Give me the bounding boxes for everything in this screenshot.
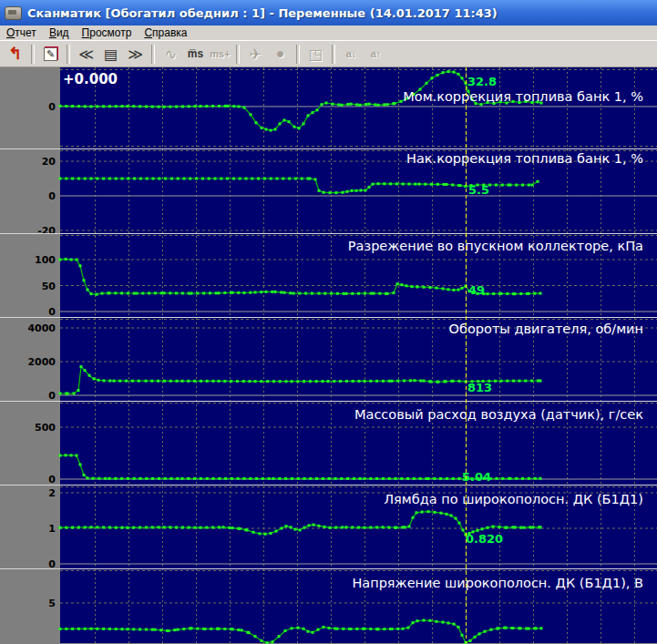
menu-browse[interactable]: Просмотр [76,26,139,40]
trace-marker [87,476,89,479]
trace-marker [59,628,62,630]
trace-marker [59,259,62,261]
trace-marker [261,127,263,129]
trace-marker [492,292,495,295]
trace-marker [88,374,91,377]
trace-marker [281,526,283,529]
trace-marker [200,477,202,480]
trace-marker [294,178,297,180]
trace-marker [395,182,398,185]
trace-marker [93,377,96,380]
trace-marker [170,178,173,180]
trace-marker [537,380,539,383]
trace-marker [145,477,148,480]
trace-marker [175,526,178,528]
trace-marker [309,380,312,383]
trace-marker [270,532,272,535]
trace-marker [158,178,160,180]
trace-marker [416,511,418,514]
trace-marker [418,183,421,186]
trace-marker [159,629,162,631]
trace-marker [133,292,136,295]
marker-button[interactable]: ✈ [243,44,268,65]
trace-marker [297,477,300,480]
trace-marker [369,628,372,630]
trace-marker [406,477,409,480]
chart-title: Обороты двигателя, об/мин [449,322,643,336]
trace-marker [154,291,157,294]
next-screen-button[interactable]: ≫ [123,44,148,65]
trace-marker [313,524,315,526]
trace-marker [288,120,291,123]
variables-list-button[interactable]: ▤ [98,44,123,65]
trace-marker [228,526,231,529]
ms-scale-button[interactable]: m̅s [183,44,208,65]
trace-marker [294,528,297,531]
trace-marker [175,291,178,294]
font-increase-button[interactable]: a↑ [364,44,388,65]
trace-marker [458,522,461,525]
trace-marker [176,477,179,480]
trace-marker [341,104,344,107]
trace-marker [474,636,477,639]
y-tick-label: 100 [35,254,56,266]
trace-marker [139,178,142,180]
trace-marker [230,380,232,383]
menu-help[interactable]: Справка [138,26,193,40]
trace-marker [506,292,508,295]
sine-wave-icon: ∿ [165,46,177,63]
a-down-icon: a↓ [346,48,357,59]
trace-marker [71,105,74,107]
trace-marker [407,627,410,629]
ms-add-button[interactable]: ms+ [208,44,232,65]
trace-marker [514,526,517,528]
report-edit-button[interactable]: ✎ [38,44,63,65]
trace-marker [260,380,262,383]
font-decrease-button[interactable]: a↓ [339,44,364,65]
cursor-value-label: 813 [467,381,492,394]
trace-marker [115,526,118,529]
prev-screen-button[interactable]: ≪ [74,44,98,65]
trace-marker [103,379,106,382]
trace-marker [346,477,349,480]
trace-marker [419,477,422,480]
trace-marker [145,380,148,383]
trace-marker [278,477,281,480]
trace-marker [133,477,136,480]
trace-marker [249,291,252,294]
chart-title: Разрежение во впускном коллекторе, кПа [348,239,643,253]
trace-marker [402,182,405,185]
double-left-icon: ≪ [78,46,94,63]
trace-marker [351,189,354,192]
chart-title: Массовый расход воздуха (датчик), г/сек [354,407,643,422]
trace-marker [271,291,273,293]
menu-view[interactable]: Вид [43,26,76,40]
trace-marker [222,526,225,528]
trace-marker [360,189,363,191]
waveform-button[interactable]: ∿ [159,44,183,65]
trace-marker [218,105,221,107]
trace-marker [317,629,320,631]
trace-marker [461,287,464,290]
trace-marker [127,477,129,480]
fit-button[interactable]: ◳ [303,44,328,65]
y-tick-label: 1 [48,523,56,535]
trace-marker [276,178,279,180]
trace-marker [195,178,198,180]
trace-marker [104,477,107,480]
record-button[interactable]: ● [268,44,293,65]
title-bar[interactable]: Сканматик [Обогатил обеднил : 1] - Перем… [0,0,657,26]
trace-marker [442,621,445,624]
trace-marker [160,291,163,294]
trace-marker [83,474,86,476]
trace-marker [296,380,299,383]
trace-marker [139,628,141,630]
trace-marker [188,526,190,529]
trace-marker [291,627,293,629]
back-button[interactable]: ↰ [3,44,27,65]
trace-marker [231,526,234,529]
menu-report[interactable]: Отчет [0,26,43,40]
trace-marker [408,183,411,186]
trace-marker [90,292,93,295]
trace-marker [248,631,251,634]
